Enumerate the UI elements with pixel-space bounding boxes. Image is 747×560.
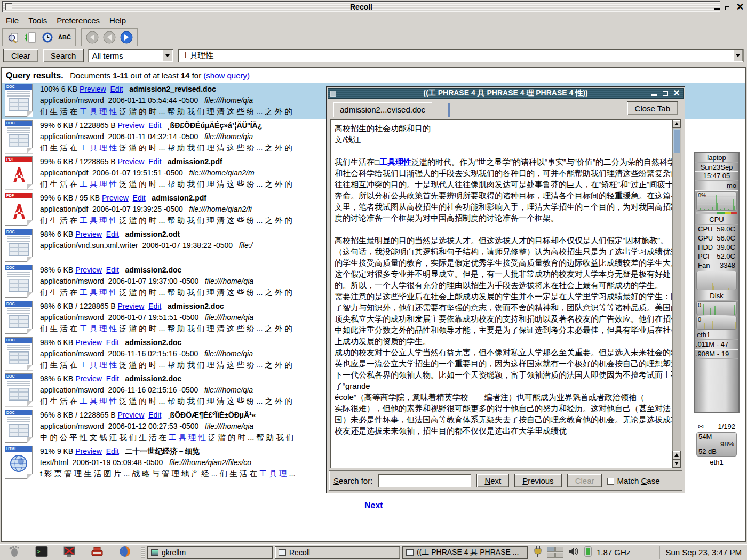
preview-title-bar[interactable]: ((工 PHRASE 4 具 PHRASE 4 理 PHRASE 4 性)) ✕ [328,88,684,99]
page-fold [27,329,33,334]
preview-link[interactable]: Preview [80,85,106,93]
close-icon[interactable]: ✕ [736,3,744,11]
restore-icon[interactable] [725,4,732,10]
taskbar-handle[interactable] [141,547,145,558]
find-next-button[interactable]: Next [476,474,509,487]
search-query-input[interactable]: 工具理性 [178,49,744,62]
menu-help[interactable]: Help [105,15,131,26]
result-text: 98% 6 KB / 1228865 B Preview Edit admiss… [40,301,292,334]
volume-icon[interactable] [568,546,579,558]
chevron-down-icon[interactable] [163,50,172,61]
terminal-icon[interactable]: >_ [35,545,48,559]
net-tx-label: .906M - 19 [695,349,738,359]
minimize-icon[interactable] [713,3,721,11]
minimize-icon[interactable] [650,90,658,97]
edit-link[interactable]: Edit [148,157,161,166]
find-input[interactable] [378,474,471,487]
preview-link[interactable]: Preview [118,411,145,419]
edit-link[interactable]: Edit [106,447,119,455]
snippet-post: 泛 滥 的 时 ... 帮 助 我 们 理 清 这 些 纷 ... 之 外 的 [117,216,292,225]
title-bar[interactable]: Recoll ✕ [1,1,746,13]
screensaver-icon[interactable] [63,545,76,559]
history-clock-icon[interactable] [40,30,55,44]
close-icon[interactable]: ✕ [673,90,680,97]
advanced-search-icon[interactable] [6,30,21,44]
preview-paragraph [335,223,680,235]
clear-button[interactable]: Clear [3,49,38,62]
search-mode-select[interactable]: All terms [88,49,173,62]
preview-link[interactable]: Preview [75,338,102,347]
result-url: file:///home/qia [205,313,253,322]
result-url: file:///home/qia [204,132,253,141]
page-fold [27,365,33,370]
preview-link[interactable]: Preview [75,266,102,274]
edit-link[interactable]: Edit [148,302,161,310]
preview-text-area[interactable]: 高校招生的社会功能和目的文/钱江 我们生活在□工具理性泛滥的时代。作为“世之显学… [330,119,681,468]
page-first-icon[interactable] [85,30,100,44]
disk-read-chart: 0 [696,301,737,315]
edit-link[interactable]: Edit [106,266,119,274]
gkrellm-monitor[interactable]: laptop Sun23Sep 15:47 05 mo 0% CPU CPU59… [694,152,740,413]
file-type-label: HTML [5,446,32,452]
page-next-icon[interactable] [119,30,134,44]
file-type-label: DOC [5,374,32,379]
maximize-icon[interactable] [662,90,669,97]
taskbar-clock[interactable]: Sun Sep 23, 3:47 PM [659,546,747,559]
typewriter-icon[interactable] [91,545,104,559]
power-plug-icon[interactable] [533,545,543,559]
task-button-gkrellm[interactable]: gkrellm [147,546,273,559]
result-relevance-size: 99% 6 KB / 1228865 B [40,121,118,130]
preview-tab[interactable]: admission2...evised.doc [333,102,432,117]
search-button[interactable]: Search [43,49,84,62]
preview-link[interactable]: Preview [102,194,129,202]
preview-link[interactable]: Preview [118,157,145,166]
close-tab-button[interactable]: Close Tab [627,101,678,115]
checkbox-icon[interactable] [607,478,614,485]
menu-tools[interactable]: Tools [23,15,52,26]
result-filename: admission2.doc [125,266,182,274]
preview-link[interactable]: Preview [118,121,145,130]
gnome-foot-icon[interactable] [7,545,20,559]
workspace-switcher[interactable] [547,547,563,558]
show-query-link[interactable]: (show query) [203,71,250,80]
snippet-match: 工 具 理 性 [80,397,117,405]
page-fold [27,437,33,443]
firefox-icon[interactable] [118,545,131,559]
scrollbar-thumb[interactable] [673,129,680,153]
snippet-pre: 们 生 活 在 [40,361,80,369]
preview-link[interactable]: Preview [118,302,145,310]
edit-link[interactable]: Edit [148,121,161,130]
disk-write-chart: 0 [696,316,737,330]
preview-link[interactable]: Preview [75,447,102,455]
menu-preferences[interactable]: Preferences [52,15,105,26]
edit-link[interactable]: Edit [106,230,119,238]
snippet-match: 工 具 理 性 [80,324,117,333]
scroll-up-icon[interactable] [672,451,681,459]
sort-params-icon[interactable] [23,30,38,44]
task-button-recoll[interactable]: Recoll [275,546,400,559]
edit-link[interactable]: Edit [110,85,123,93]
chevron-down-icon[interactable] [733,50,743,61]
edit-link[interactable]: Edit [148,411,161,419]
menu-file[interactable]: File [1,15,23,26]
preview-scrollbar[interactable] [672,119,681,468]
title-bar-stripes[interactable]: Recoll [2,1,720,12]
term-explorer-icon[interactable]: ÅBĈ [57,30,72,44]
result-text: 96% 8 KB / 1228865 B Preview Edit ¸ßÕÐÖÆ… [40,410,293,443]
edit-link[interactable]: Edit [106,338,119,347]
edit-link[interactable]: Edit [106,374,119,383]
cpufreq-icon[interactable] [584,546,592,559]
preview-link[interactable]: Preview [75,230,102,238]
match-case-checkbox[interactable]: Match Case [607,476,659,485]
page-fold [27,401,33,406]
find-previous-button[interactable]: Previous [514,474,561,487]
preview-link[interactable]: Preview [75,374,102,383]
scroll-up-icon[interactable] [672,119,681,128]
result-filename: admission2.odt [125,230,180,238]
page-prev-icon[interactable] [102,30,117,44]
task-button-preview[interactable]: ((工 PHRASE 4 具 PHRASE ... [402,546,528,559]
edit-link[interactable]: Edit [133,194,146,202]
scroll-down-icon[interactable] [672,459,681,468]
next-page-link[interactable]: Next [364,501,383,510]
find-clear-button[interactable]: Clear [567,474,602,487]
